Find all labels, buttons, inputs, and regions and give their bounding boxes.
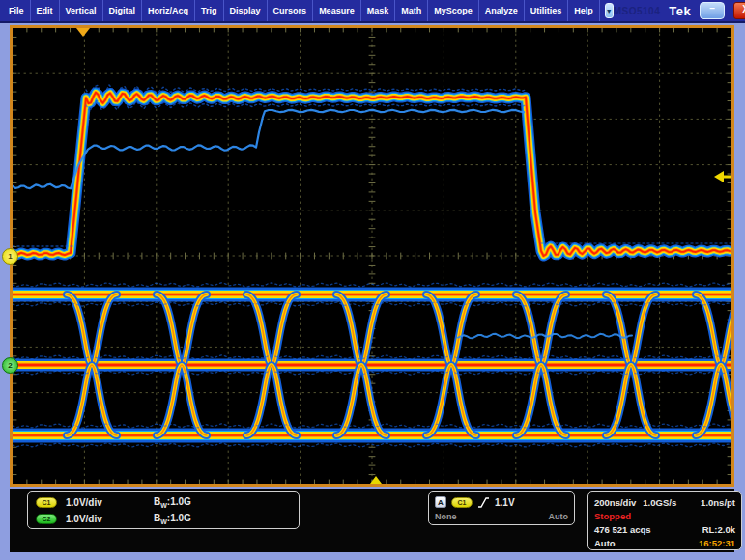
trigger-settings-row: A C1 1.1V: [435, 494, 568, 510]
timebase: 200ns/div: [594, 497, 636, 508]
menu-item-file[interactable]: File: [3, 0, 31, 21]
ch1-scale: 1.0V/div: [66, 497, 102, 508]
graticule-canvas: [13, 28, 731, 484]
waveform-display[interactable]: [10, 25, 734, 487]
acquisition-count: 476 521 acqs: [594, 524, 651, 535]
trigger-position-marker: [76, 28, 90, 37]
menu-items: FileEditVerticalDigitalHoriz/AcqTrigDisp…: [3, 0, 600, 21]
menu-item-myscope[interactable]: MyScope: [428, 0, 479, 21]
trigger-mode-row: None Auto: [435, 510, 568, 522]
sample-resolution: 1.0ns/pt: [701, 497, 735, 508]
clock: 16:52:31: [699, 538, 735, 548]
trigger-mode-left: None: [435, 512, 457, 521]
channel-readout-panel[interactable]: C1 1.0V/div BW:1.0G C2 1.0V/div BW:1.0G: [27, 491, 300, 529]
menu-item-utilities[interactable]: Utilities: [525, 0, 569, 21]
ch2-scale: 1.0V/div: [66, 514, 102, 524]
trig-mode-row: Auto 16:52:31: [594, 536, 735, 549]
menu-item-help[interactable]: Help: [568, 0, 600, 21]
model-watermark: MSO5104: [614, 6, 661, 16]
ch2-bandwidth: BW:1.0G: [154, 513, 191, 525]
trigger-level: 1.1V: [495, 497, 515, 508]
ch2-badge[interactable]: C2: [36, 514, 57, 524]
acquisition-state: Stopped: [594, 511, 631, 521]
menu-item-digital[interactable]: Digital: [103, 0, 143, 21]
minimize-button[interactable]: –: [700, 2, 725, 19]
timebase-row: 200ns/div 1.0GS/s 1.0ns/pt: [594, 495, 735, 509]
eye-pattern: [13, 283, 731, 447]
menu-item-display[interactable]: Display: [224, 0, 268, 21]
readout-bar: C1 1.0V/div BW:1.0G C2 1.0V/div BW:1.0G …: [10, 489, 734, 552]
ch1-bandwidth: BW:1.0G: [154, 496, 191, 509]
ch2-bw-value: :1.0G: [167, 513, 191, 523]
menu-item-analyze[interactable]: Analyze: [479, 0, 525, 21]
trigger-a-badge: A: [435, 496, 446, 508]
acq-count-row: 476 521 acqs RL:2.0k: [594, 522, 735, 536]
close-button[interactable]: X: [733, 2, 745, 19]
ch2-bw-sub: W: [160, 518, 167, 525]
menu-item-measure[interactable]: Measure: [313, 0, 361, 21]
ch1-ground-marker[interactable]: 1: [2, 248, 18, 265]
menu-item-mask[interactable]: Mask: [361, 0, 396, 21]
ch2-ground-marker[interactable]: 2: [2, 357, 18, 374]
ch1-readout-row[interactable]: C1 1.0V/div BW:1.0G: [28, 494, 299, 511]
ch1-badge[interactable]: C1: [36, 497, 57, 508]
menu-item-math[interactable]: Math: [395, 0, 428, 21]
titlebar-right: MSO5104 Tek – X: [614, 2, 745, 19]
tek-logo: Tek: [669, 4, 691, 18]
trigger-source-badge[interactable]: C1: [451, 497, 473, 508]
ch1-bw-value: :1.0G: [167, 496, 191, 507]
menu-item-cursors[interactable]: Cursors: [268, 0, 314, 21]
menu-item-vertical[interactable]: Vertical: [60, 0, 103, 21]
trigger-level-arrow: [714, 171, 724, 182]
sample-rate: 1.0GS/s: [643, 497, 676, 508]
rising-edge-icon: [477, 496, 490, 509]
record-length: RL:2.0k: [702, 524, 735, 535]
trigger-readout-panel[interactable]: A C1 1.1V None Auto: [428, 491, 575, 525]
ch1-bw-sub: W: [160, 502, 167, 509]
menu-item-edit[interactable]: Edit: [31, 0, 60, 21]
ch2-readout-row[interactable]: C2 1.0V/div BW:1.0G: [28, 511, 299, 527]
menubar: FileEditVerticalDigitalHoriz/AcqTrigDisp…: [0, 0, 745, 23]
menu-overflow-button[interactable]: ▼: [605, 3, 614, 18]
trigger-mode-right: Auto: [549, 512, 569, 521]
trigger-mode: Auto: [594, 538, 616, 548]
acquisition-readout-panel[interactable]: 200ns/div 1.0GS/s 1.0ns/pt Stopped 476 5…: [587, 491, 742, 550]
menu-item-trig[interactable]: Trig: [195, 0, 224, 21]
acq-state-row: Stopped: [594, 509, 735, 522]
menu-item-horiz-acq[interactable]: Horiz/Acq: [142, 0, 195, 21]
